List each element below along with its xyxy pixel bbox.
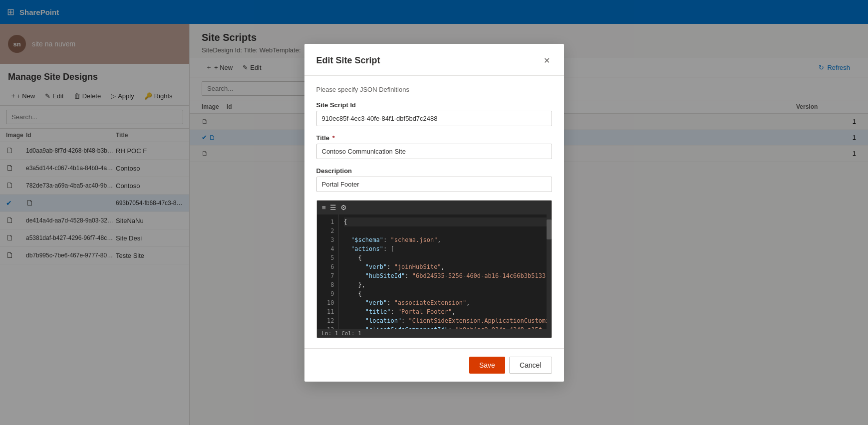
line-numbers: 1 2 3 4 5 6 7 8 9 10 11 12 13 <box>317 214 339 329</box>
code-textarea[interactable]: { "$schema": "schema.json", "actions": [… <box>339 214 552 329</box>
modal-title: Edit Site Script <box>316 55 380 66</box>
code-editor-body[interactable]: 1 2 3 4 5 6 7 8 9 10 11 12 13 <box>317 214 552 329</box>
code-scrollbar[interactable] <box>547 214 552 329</box>
description-input[interactable] <box>316 177 552 192</box>
description-label: Description <box>316 167 552 175</box>
modal-overlay[interactable]: Edit Site Script ✕ Please specify JSON D… <box>0 0 868 425</box>
modal-footer: Save Cancel <box>304 348 564 382</box>
settings-icon[interactable]: ⚙ <box>340 204 347 212</box>
script-id-group: Site Script Id <box>316 101 552 126</box>
title-group: Title * <box>316 134 552 159</box>
code-status-bar: Ln: 1 Col: 1 <box>317 329 552 338</box>
align-left-icon[interactable]: ≡ <box>322 204 326 212</box>
script-id-label: Site Script Id <box>316 101 552 109</box>
cancel-button[interactable]: Cancel <box>509 357 552 374</box>
align-center-icon[interactable]: ☰ <box>330 204 336 212</box>
scrollbar-thumb[interactable] <box>547 219 552 239</box>
script-id-input[interactable] <box>316 111 552 126</box>
modal-body: Please specify JSON Definitions Site Scr… <box>304 76 564 348</box>
edit-site-script-modal: Edit Site Script ✕ Please specify JSON D… <box>304 44 564 382</box>
modal-header: Edit Site Script ✕ <box>304 44 564 76</box>
description-group: Description <box>316 167 552 192</box>
title-input[interactable] <box>316 144 552 159</box>
code-editor-toolbar: ≡ ☰ ⚙ <box>317 201 552 214</box>
code-editor-container: ≡ ☰ ⚙ 1 2 3 4 5 6 7 8 9 10 <box>316 200 552 338</box>
title-label: Title * <box>316 134 552 142</box>
save-button[interactable]: Save <box>469 357 505 374</box>
modal-close-button[interactable]: ✕ <box>542 54 552 67</box>
modal-hint: Please specify JSON Definitions <box>316 86 552 93</box>
